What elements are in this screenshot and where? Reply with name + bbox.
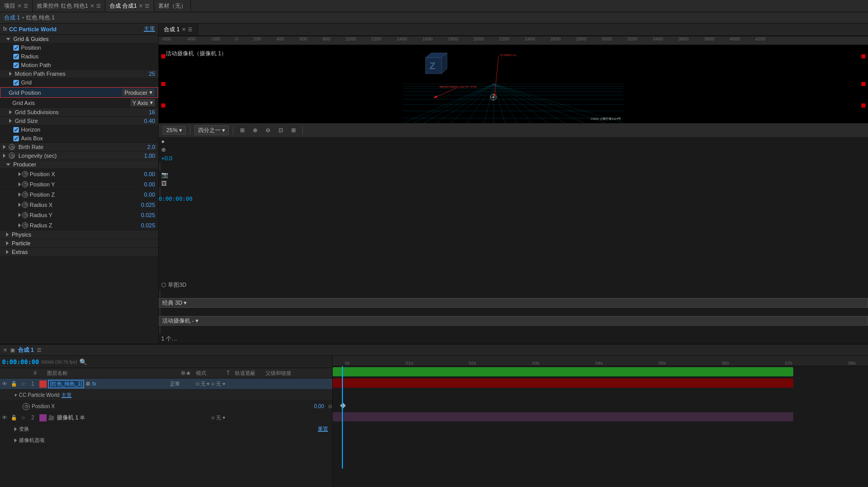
panel-menu-icon[interactable]: ☰ xyxy=(24,3,28,9)
grid-guides-section[interactable]: Grid & Guides xyxy=(0,35,158,44)
axis-box-checkbox[interactable] xyxy=(13,136,19,141)
radius-y-stopwatch[interactable]: ◷ xyxy=(22,212,28,218)
effect-tab[interactable]: 效果控件 红色 纯色1 ✕ ☰ xyxy=(33,0,105,12)
tl-search-icon[interactable]: 🔍 xyxy=(79,358,87,366)
radius-z-value[interactable]: 0.025 xyxy=(141,222,155,228)
effect-menu-icon[interactable]: ☰ xyxy=(96,3,101,9)
layer-row-1-fx[interactable]: ▾ CC Particle World 主里 xyxy=(0,390,332,401)
position-z-value[interactable]: 0.00 xyxy=(144,192,155,198)
position-y-stopwatch[interactable]: ◷ xyxy=(22,181,28,187)
grid-overlay-icon[interactable]: ⊞ xyxy=(289,126,298,135)
longevity-row[interactable]: ◷ Longevity (sec) 1.00 xyxy=(0,152,158,160)
layer1-vis[interactable]: 👁 xyxy=(0,381,9,387)
radius-y-value[interactable]: 0.025 xyxy=(141,212,155,218)
fit-icon[interactable]: ⊞ xyxy=(237,126,247,135)
layer2-vis[interactable]: 👁 xyxy=(0,415,9,420)
radius-x-stopwatch[interactable]: ◷ xyxy=(22,202,28,208)
radius-z-stopwatch[interactable]: ◷ xyxy=(22,222,28,228)
layer-row-2[interactable]: 👁 🔓 ☆ 2 🎥 摄像机 1 单 ⊙ 无 ▾ xyxy=(0,412,332,424)
zoom-in-icon[interactable]: ⊕ xyxy=(250,126,260,135)
position-x-stopwatch[interactable]: ◷ xyxy=(22,171,28,177)
view-quality-dropdown[interactable]: 四分之一 ▾ xyxy=(194,125,229,135)
tl-menu-icon[interactable]: ☰ xyxy=(37,347,41,353)
grid-size-value[interactable]: 0.40 xyxy=(144,118,155,124)
radius-x-value[interactable]: 0.025 xyxy=(141,202,155,208)
layer1-fx-tab[interactable]: 主里 xyxy=(61,392,72,399)
zoom-dropdown[interactable]: 25% ▾ xyxy=(163,126,186,135)
birth-rate-stopwatch[interactable]: ◷ xyxy=(9,144,15,150)
position-z-stopwatch[interactable]: ◷ xyxy=(22,192,28,198)
layer-row-1-posx[interactable]: ◷ Position X 0.00 ⊙ xyxy=(0,401,332,412)
tl-panel-icon[interactable]: ▣ xyxy=(10,347,15,353)
snapshot-icon[interactable]: 📷 xyxy=(159,171,868,179)
tl-close-icon[interactable]: ✕ xyxy=(3,347,7,353)
grid-subdivisions-row[interactable]: Grid Subdivisions 16 xyxy=(0,108,158,117)
camera-select-dropdown[interactable]: 活动摄像机 - ▾ xyxy=(159,316,868,326)
grid-position-dropdown[interactable]: Producer ▾ xyxy=(122,89,155,96)
grid-checkbox[interactable] xyxy=(13,80,19,86)
layer1-parent-chevron[interactable]: ▾ xyxy=(223,381,225,387)
radius-y-row[interactable]: ◷ Radius Y 0.025 xyxy=(0,210,158,220)
viewport-canvas[interactable]: 活动摄像机（摄像机 1） xyxy=(159,45,868,123)
layer2-lock[interactable]: 🔓 xyxy=(9,415,18,420)
comp-tab-close[interactable]: ✕ xyxy=(139,3,143,9)
layer-row-2-transform[interactable]: 变换 重置 xyxy=(0,424,332,435)
position-checkbox[interactable] xyxy=(13,45,19,51)
sub-tab[interactable]: 合成 1 • 红色 纯色 1 xyxy=(0,14,59,22)
color-correction-icon[interactable]: ⊕ xyxy=(159,145,868,154)
layer2-transform-reset[interactable]: 重置 xyxy=(318,426,328,433)
longevity-stopwatch[interactable]: ◷ xyxy=(9,153,15,159)
tl-timecode[interactable]: 0:00:00:00 xyxy=(2,358,39,366)
viewport-tab-menu[interactable]: ☰ xyxy=(188,27,192,32)
viewport-tab-comp[interactable]: 合成 1 ✕ ☰ xyxy=(159,24,198,35)
longevity-value[interactable]: 1.00 xyxy=(144,153,155,159)
motion-path-frames-value[interactable]: 25 xyxy=(149,71,155,77)
footage-tab[interactable]: 素材（无） xyxy=(154,0,191,12)
radius-checkbox[interactable] xyxy=(13,54,19,59)
layer1-shy[interactable]: ☆ xyxy=(18,381,28,387)
motion-path-frames-row[interactable]: Motion Path Frames 25 xyxy=(0,70,158,78)
position-y-value[interactable]: 0.00 xyxy=(144,181,155,187)
radius-x-row[interactable]: ◷ Radius X 0.025 xyxy=(0,200,158,210)
position-z-row[interactable]: ◷ Position Z 0.00 xyxy=(0,189,158,200)
producer-section-header[interactable]: Producer xyxy=(0,160,158,169)
safe-zones-icon[interactable]: ⊡ xyxy=(276,126,286,135)
comp-tab[interactable]: 合成 合成1 ✕ ☰ xyxy=(105,0,154,12)
extras-section[interactable]: Extras xyxy=(0,248,158,257)
timeline-tracks[interactable]: 0s 01s 02s 03s 04s 05s 06s 07s 08s xyxy=(333,356,868,487)
snapshot-preview-icon[interactable]: 🖼 xyxy=(159,179,868,187)
grid-axis-row[interactable]: Grid Axis Y Axis ▾ xyxy=(0,98,158,108)
layer-row-1[interactable]: 👁 🔓 ☆ 1 [红色_纯色_1] 单 fx 正常 ⊙ 无 ▾ ⊙ xyxy=(0,378,332,390)
position-x-row[interactable]: ◷ Position X 0.00 xyxy=(0,169,158,179)
layer-row-2-camera-opts[interactable]: 摄像机选项 xyxy=(0,435,332,446)
viewport-tab-close[interactable]: ✕ xyxy=(182,27,186,32)
comp-menu-icon[interactable]: ☰ xyxy=(145,3,149,9)
layer1-posx-value[interactable]: 0.00 xyxy=(314,404,324,409)
3d-draft-icon[interactable]: ⬡ 草图3D xyxy=(159,280,868,290)
grid-subdivisions-value[interactable]: 16 xyxy=(149,109,155,115)
birth-rate-row[interactable]: ◷ Birth Rate 2.0 xyxy=(0,143,158,152)
effect-tab-close[interactable]: ✕ xyxy=(90,3,94,9)
layer2-shy[interactable]: ☆ xyxy=(18,415,28,420)
layer1-posx-stopwatch[interactable]: ◷ xyxy=(23,403,30,410)
channel-icon[interactable]: ● xyxy=(159,137,868,145)
grid-position-row[interactable]: Grid Position Producer ▾ xyxy=(0,87,158,98)
layer2-parent-chevron[interactable]: ▾ xyxy=(223,415,225,420)
motion-path-checkbox[interactable] xyxy=(13,62,19,68)
position-x-value[interactable]: 0.00 xyxy=(144,171,155,177)
grid-axis-dropdown[interactable]: Y Axis ▾ xyxy=(131,99,155,107)
view-count[interactable]: 1 个… xyxy=(159,334,868,344)
physics-section[interactable]: Physics xyxy=(0,230,158,239)
layer1-lock[interactable]: 🔓 xyxy=(9,381,18,387)
project-tab[interactable]: 项目 ✕ ☰ xyxy=(0,0,33,12)
particle-section[interactable]: Particle xyxy=(0,239,158,248)
position-y-row[interactable]: ◷ Position Y 0.00 xyxy=(0,179,158,189)
project-tab-close[interactable]: ✕ xyxy=(17,3,21,9)
render-mode-dropdown[interactable]: 经典 3D ▾ xyxy=(159,298,868,308)
playhead[interactable] xyxy=(342,366,343,469)
grid-size-row[interactable]: Grid Size 0.40 xyxy=(0,117,158,125)
zoom-out-icon[interactable]: ⊖ xyxy=(263,126,273,135)
layer1-track-chevron[interactable]: ▾ xyxy=(207,381,209,387)
radius-z-row[interactable]: ◷ Radius Z 0.025 xyxy=(0,220,158,230)
birth-rate-value[interactable]: 2.0 xyxy=(147,144,155,150)
